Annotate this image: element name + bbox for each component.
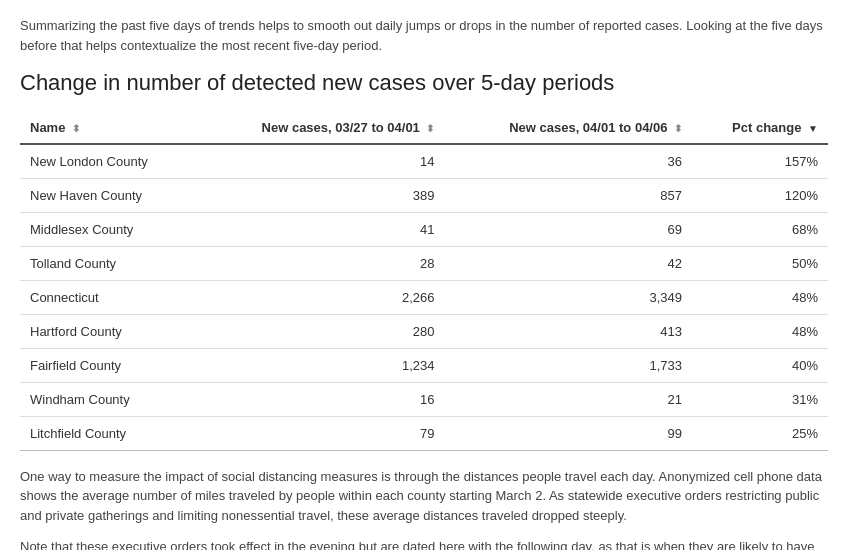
data-table: Name ⬍ New cases, 03/27 to 04/01 ⬍ New c… [20, 112, 828, 451]
cell-pct-change: 68% [692, 212, 828, 246]
cell-name: Middlesex County [20, 212, 197, 246]
cell-name: Windham County [20, 382, 197, 416]
col-header-name[interactable]: Name ⬍ [20, 112, 197, 144]
cell-cases1: 389 [197, 178, 445, 212]
sort-icon-cases1: ⬍ [426, 123, 434, 134]
cell-cases2: 21 [444, 382, 692, 416]
cell-pct-change: 48% [692, 314, 828, 348]
cell-pct-change: 25% [692, 416, 828, 450]
col-header-pct[interactable]: Pct change ▼ [692, 112, 828, 144]
table-row: Middlesex County416968% [20, 212, 828, 246]
cell-name: Fairfield County [20, 348, 197, 382]
cell-pct-change: 157% [692, 144, 828, 179]
outro-paragraph-2: Note that these executive orders took ef… [20, 537, 828, 550]
cell-cases2: 3,349 [444, 280, 692, 314]
col-header-cases2[interactable]: New cases, 04/01 to 04/06 ⬍ [444, 112, 692, 144]
sort-icon-cases2: ⬍ [674, 123, 682, 134]
table-row: New Haven County389857120% [20, 178, 828, 212]
cell-name: New London County [20, 144, 197, 179]
table-row: Windham County162131% [20, 382, 828, 416]
cell-cases1: 28 [197, 246, 445, 280]
table-row: Connecticut2,2663,34948% [20, 280, 828, 314]
outro-paragraph-1: One way to measure the impact of social … [20, 467, 828, 526]
cell-name: New Haven County [20, 178, 197, 212]
table-row: Hartford County28041348% [20, 314, 828, 348]
cell-cases1: 14 [197, 144, 445, 179]
cell-name: Connecticut [20, 280, 197, 314]
cell-pct-change: 120% [692, 178, 828, 212]
cell-cases1: 79 [197, 416, 445, 450]
table-header-row: Name ⬍ New cases, 03/27 to 04/01 ⬍ New c… [20, 112, 828, 144]
table-row: Fairfield County1,2341,73340% [20, 348, 828, 382]
cell-cases2: 42 [444, 246, 692, 280]
table-row: Tolland County284250% [20, 246, 828, 280]
section-title: Change in number of detected new cases o… [20, 69, 828, 98]
cell-pct-change: 48% [692, 280, 828, 314]
cell-name: Litchfield County [20, 416, 197, 450]
cell-cases2: 99 [444, 416, 692, 450]
sort-icon-pct: ▼ [808, 123, 818, 134]
cell-cases2: 1,733 [444, 348, 692, 382]
cell-cases1: 16 [197, 382, 445, 416]
table-row: Litchfield County799925% [20, 416, 828, 450]
intro-paragraph: Summarizing the past five days of trends… [20, 16, 828, 55]
cell-cases2: 413 [444, 314, 692, 348]
cell-cases1: 41 [197, 212, 445, 246]
cell-cases2: 857 [444, 178, 692, 212]
cell-cases2: 69 [444, 212, 692, 246]
sort-icon-name: ⬍ [72, 123, 80, 134]
cell-cases1: 1,234 [197, 348, 445, 382]
cell-pct-change: 50% [692, 246, 828, 280]
cell-name: Tolland County [20, 246, 197, 280]
cell-cases2: 36 [444, 144, 692, 179]
cell-pct-change: 31% [692, 382, 828, 416]
table-row: New London County1436157% [20, 144, 828, 179]
cell-cases1: 280 [197, 314, 445, 348]
col-header-cases1[interactable]: New cases, 03/27 to 04/01 ⬍ [197, 112, 445, 144]
cell-cases1: 2,266 [197, 280, 445, 314]
cell-pct-change: 40% [692, 348, 828, 382]
cell-name: Hartford County [20, 314, 197, 348]
